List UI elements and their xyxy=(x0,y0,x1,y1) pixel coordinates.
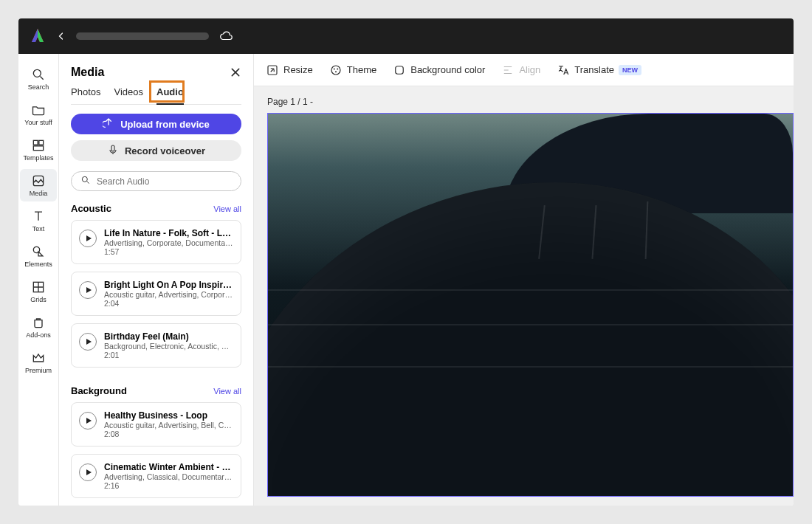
panel-title: Media xyxy=(71,66,104,79)
rail-label: Templates xyxy=(23,154,53,162)
rail-text[interactable]: Text xyxy=(20,204,57,237)
canvas-image xyxy=(268,114,793,496)
rail-label: Text xyxy=(32,225,45,232)
media-icon xyxy=(31,173,46,188)
tool-resize[interactable]: Resize xyxy=(266,63,313,77)
tool-translate[interactable]: Translate NEW xyxy=(557,63,641,77)
svg-rect-2 xyxy=(33,140,38,145)
record-voiceover-button[interactable]: Record voiceover xyxy=(71,140,241,161)
play-icon xyxy=(86,339,92,345)
play-icon xyxy=(86,235,92,241)
tab-photos[interactable]: Photos xyxy=(71,86,100,104)
tool-background-color[interactable]: Background color xyxy=(393,63,485,77)
new-badge: NEW xyxy=(619,65,641,75)
rail-label: Grids xyxy=(30,296,47,303)
svg-line-10 xyxy=(87,181,89,183)
media-tabs: Photos Videos Audio xyxy=(71,86,241,105)
section-title-background: Background xyxy=(71,385,127,396)
close-panel-button[interactable] xyxy=(230,66,241,78)
svg-rect-16 xyxy=(396,66,404,74)
tool-label: Theme xyxy=(347,64,376,75)
audio-track[interactable]: Healthy Business - Loop Acoustic guitar,… xyxy=(71,402,241,447)
canvas-page[interactable] xyxy=(267,113,794,497)
track-title: Bright Light On A Pop Inspiratio… xyxy=(104,280,233,290)
rail-premium[interactable]: Premium xyxy=(20,346,57,379)
view-all-background[interactable]: View all xyxy=(213,387,241,396)
premium-icon xyxy=(31,351,46,365)
tool-theme[interactable]: Theme xyxy=(329,63,376,77)
rail-addons[interactable]: Add-ons xyxy=(20,311,57,343)
play-button[interactable] xyxy=(79,463,97,481)
svg-point-12 xyxy=(331,66,340,75)
tab-videos[interactable]: Videos xyxy=(114,86,143,104)
canvas-area: Resize Theme Background color Align Tran… xyxy=(254,54,794,506)
play-button[interactable] xyxy=(79,412,97,430)
document-title-placeholder[interactable] xyxy=(76,32,209,40)
audio-track[interactable]: Cinematic Winter Ambient - Loop Advertis… xyxy=(71,454,241,498)
tool-label: Align xyxy=(519,64,540,75)
rail-label: Your stuff xyxy=(24,119,52,126)
cloud-sync-icon[interactable] xyxy=(219,30,233,43)
rail-search[interactable]: Search xyxy=(20,63,57,95)
svg-point-14 xyxy=(337,68,338,69)
track-meta: Acoustic guitar, Advertising, Corporate,… xyxy=(104,290,233,299)
rail-label: Media xyxy=(30,190,48,197)
track-duration: 2:08 xyxy=(104,430,233,438)
left-rail: Search Your stuff Templates Media Text E… xyxy=(18,54,59,506)
play-button[interactable] xyxy=(79,281,97,299)
app-logo-icon xyxy=(29,27,47,45)
track-title: Healthy Business - Loop xyxy=(104,410,233,421)
page-indicator: Page 1 / 1 - xyxy=(267,97,794,107)
audio-track[interactable]: Birthday Feel (Main) Background, Electro… xyxy=(71,323,241,368)
rail-grids[interactable]: Grids xyxy=(20,275,57,308)
rail-label: Search xyxy=(28,83,49,91)
microphone-icon xyxy=(107,144,119,158)
search-audio-input[interactable] xyxy=(97,176,232,187)
track-duration: 2:04 xyxy=(104,299,233,308)
folder-icon xyxy=(31,103,46,117)
rail-your-stuff[interactable]: Your stuff xyxy=(20,98,57,131)
svg-point-15 xyxy=(335,71,337,72)
audio-track[interactable]: Life In Nature - Folk, Soft - Loop Adver… xyxy=(71,220,241,264)
search-icon xyxy=(80,175,91,188)
play-icon xyxy=(86,469,92,475)
canvas-toolbar: Resize Theme Background color Align Tran… xyxy=(254,54,794,86)
text-icon xyxy=(31,209,46,224)
tool-align: Align xyxy=(501,63,540,77)
track-title: Birthday Feel (Main) xyxy=(104,331,233,342)
search-audio-field[interactable] xyxy=(71,171,241,191)
track-meta: Acoustic guitar, Advertising, Bell, Corp… xyxy=(104,421,233,430)
rail-elements[interactable]: Elements xyxy=(20,240,57,272)
track-duration: 1:57 xyxy=(104,247,233,256)
shapes-icon xyxy=(31,244,46,259)
addons-icon xyxy=(31,315,46,330)
back-button[interactable] xyxy=(57,29,66,44)
upload-label: Upload from device xyxy=(120,119,210,130)
play-icon xyxy=(86,418,92,424)
rail-label: Add-ons xyxy=(26,331,51,339)
search-icon xyxy=(31,67,46,82)
svg-rect-4 xyxy=(33,146,43,151)
track-duration: 2:01 xyxy=(104,351,233,359)
play-button[interactable] xyxy=(79,333,97,351)
view-all-acoustic[interactable]: View all xyxy=(213,204,241,213)
svg-point-9 xyxy=(82,176,87,182)
tab-audio[interactable]: Audio xyxy=(156,86,184,105)
rail-label: Elements xyxy=(24,261,52,268)
audio-track[interactable]: Bright Light On A Pop Inspiratio… Acoust… xyxy=(71,272,241,316)
svg-rect-3 xyxy=(39,140,44,145)
grids-icon xyxy=(31,280,46,294)
play-button[interactable] xyxy=(79,230,97,247)
tool-label: Background color xyxy=(410,64,485,75)
rail-media[interactable]: Media xyxy=(20,169,57,201)
track-title: Cinematic Winter Ambient - Loop xyxy=(104,462,233,472)
upload-from-device-button[interactable]: Upload from device xyxy=(71,114,241,134)
track-meta: Background, Electronic, Acoustic, Folk, … xyxy=(104,342,233,351)
rail-templates[interactable]: Templates xyxy=(20,134,57,166)
tab-audio-label: Audio xyxy=(156,86,184,97)
track-meta: Advertising, Classical, Documentary, Dr… xyxy=(104,472,233,481)
section-title-acoustic: Acoustic xyxy=(71,203,111,214)
svg-point-0 xyxy=(33,69,41,77)
svg-point-13 xyxy=(334,68,335,69)
record-label: Record voiceover xyxy=(125,145,205,156)
